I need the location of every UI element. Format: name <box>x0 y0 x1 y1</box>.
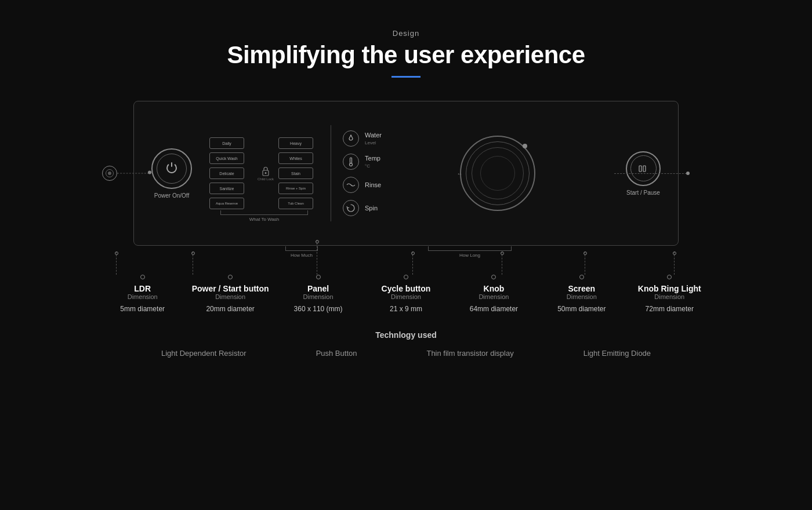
ldr-dash-line <box>117 173 149 174</box>
program-btn-quick[interactable]: Quick Wash <box>209 152 244 164</box>
temp-icon <box>343 154 359 170</box>
childlock-label: Child Lock <box>258 177 274 181</box>
header-title: Simplifying the user experience <box>227 41 585 69</box>
dim-screen: Screen Dimension 50mm diameter <box>538 275 625 313</box>
dim-screen-name: Screen <box>568 284 595 293</box>
childlock-area: Child Lock <box>258 166 274 181</box>
vdash-knob-ring <box>674 252 675 275</box>
tech-title: Technlogy used <box>87 330 725 340</box>
dim-power-value: 20mm diameter <box>206 305 254 313</box>
page-wrapper: Design Simplifying the user experience <box>0 0 812 510</box>
dim-screen-type: Dimension <box>567 293 597 300</box>
water-label: WaterLevel <box>365 132 382 145</box>
programs-left: Daily Quick Wash Delicate Sanitize Aqua … <box>209 137 244 209</box>
dim-cycle-type: Dimension <box>391 293 421 300</box>
start-button[interactable] <box>626 151 661 186</box>
washer-panel: Power On/Off Daily Quick Wash Delicate S… <box>133 101 679 246</box>
dim-panel: Panel Dimension 360 x 110 (mm) <box>274 275 362 313</box>
header-divider <box>392 76 420 78</box>
svg-rect-2 <box>350 158 352 163</box>
tech-section: Technlogy used Light Dependent Resistor … <box>87 330 725 358</box>
dim-screen-value: 50mm diameter <box>557 305 606 313</box>
programs-group: Daily Quick Wash Delicate Sanitize Aqua … <box>209 137 319 209</box>
dim-knob-value: 64mm diameter <box>470 305 518 313</box>
dim-cycle: Cycle button Dimension 21 x 9 mm <box>362 275 449 313</box>
header-section: Design Simplifying the user experience <box>227 29 585 78</box>
dimension-section: LDR Dimension 5mm diameter Power / Start… <box>87 275 725 313</box>
rinse-label: Rinse <box>365 181 381 188</box>
power-icon <box>165 162 179 176</box>
program-btn-daily[interactable]: Daily <box>209 137 244 149</box>
ldr-sensor <box>102 166 117 181</box>
what-to-wash-label: What To Wash <box>209 210 319 222</box>
power-label: Power On/Off <box>154 192 189 199</box>
vertical-divider <box>331 125 331 221</box>
dim-knob: Knob Dimension 64mm diameter <box>450 275 538 313</box>
main-knob-outer[interactable]: ← <box>460 136 535 211</box>
program-btn-rinse[interactable]: Rinse + Spin <box>278 183 313 194</box>
dim-panel-type: Dimension <box>303 293 334 300</box>
dim-knob-ring-value: 72mm diameter <box>646 305 694 313</box>
water-icon <box>343 130 359 147</box>
program-btn-whites[interactable]: Whites <box>278 152 313 164</box>
how-much-label: How Much <box>278 246 325 258</box>
tech-items: Light Dependent Resistor Push Button Thi… <box>87 349 725 358</box>
rinse-icon <box>343 177 359 193</box>
how-long-label: How Long <box>418 246 522 258</box>
spin-icon <box>343 200 359 216</box>
main-knob-section: ← <box>382 136 614 211</box>
program-btn-heavy[interactable]: Heavy <box>278 137 313 149</box>
sensor-temp: Temp°C <box>343 154 382 170</box>
vdash-knob <box>502 252 502 275</box>
dim-panel-name: Panel <box>307 284 329 293</box>
programs-right: Heavy Whites Stain Rinse + Spin Tub Clea… <box>278 137 313 209</box>
dim-knob-ring-name: Knob Ring Light <box>638 284 701 293</box>
vdash-panel <box>317 240 317 275</box>
svg-rect-4 <box>639 166 641 172</box>
dim-ldr-type: Dimension <box>128 293 158 300</box>
dim-power-type: Dimension <box>215 293 245 300</box>
dim-cycle-value: 21 x 9 mm <box>390 305 422 313</box>
dim-power-name: Power / Start button <box>192 284 269 293</box>
childlock-icon <box>262 166 270 176</box>
knob-arrow: ← <box>456 170 462 177</box>
dim-ldr-value: 5mm diameter <box>120 305 165 313</box>
dim-knob-name: Knob <box>484 284 505 293</box>
start-label: Start / Pause <box>626 190 660 196</box>
power-button[interactable] <box>151 148 192 189</box>
dim-knob-ring: Knob Ring Light Dimension 72mm diameter <box>626 275 713 313</box>
dim-panel-value: 360 x 110 (mm) <box>294 305 343 313</box>
temp-label: Temp°C <box>365 155 380 169</box>
sensor-controls: WaterLevel Temp°C <box>343 130 382 216</box>
program-btn-aqua[interactable]: Aqua Reserve <box>209 198 244 209</box>
sensor-rinse: Rinse <box>343 177 382 193</box>
dim-ldr: LDR Dimension 5mm diameter <box>99 275 186 313</box>
vdash-screen <box>585 252 585 275</box>
dimension-row: LDR Dimension 5mm diameter Power / Start… <box>87 275 725 313</box>
dim-knob-ring-type: Dimension <box>654 293 684 300</box>
spin-label: Spin <box>365 205 378 212</box>
vdash-cycle <box>412 252 413 275</box>
tech-item-push: Push Button <box>316 349 357 358</box>
dim-knob-type: Dimension <box>478 293 509 300</box>
dim-cycle-name: Cycle button <box>382 284 431 293</box>
panel-section: Power On/Off Daily Quick Wash Delicate S… <box>87 101 725 358</box>
program-btn-tub[interactable]: Tub Clean <box>278 198 313 209</box>
dim-ldr-name: LDR <box>134 284 151 293</box>
program-btn-delicate[interactable]: Delicate <box>209 167 244 179</box>
vdash-power <box>193 252 193 275</box>
header-subtitle: Design <box>227 29 585 38</box>
tech-item-ldr: Light Dependent Resistor <box>161 349 246 358</box>
program-btn-sanitize[interactable]: Sanitize <box>209 183 244 194</box>
svg-rect-5 <box>643 166 646 172</box>
svg-point-1 <box>265 172 267 174</box>
program-btn-stain[interactable]: Stain <box>278 167 313 179</box>
tech-item-tft: Thin film transistor display <box>426 349 513 358</box>
knob-dot <box>523 144 527 148</box>
dim-power: Power / Start button Dimension 20mm diam… <box>186 275 274 313</box>
vdash-ldr <box>116 252 117 275</box>
play-pause-icon <box>638 163 648 174</box>
ldr-circle <box>102 166 117 181</box>
power-button-section: Power On/Off <box>151 148 192 199</box>
sensor-water: WaterLevel <box>343 130 382 147</box>
